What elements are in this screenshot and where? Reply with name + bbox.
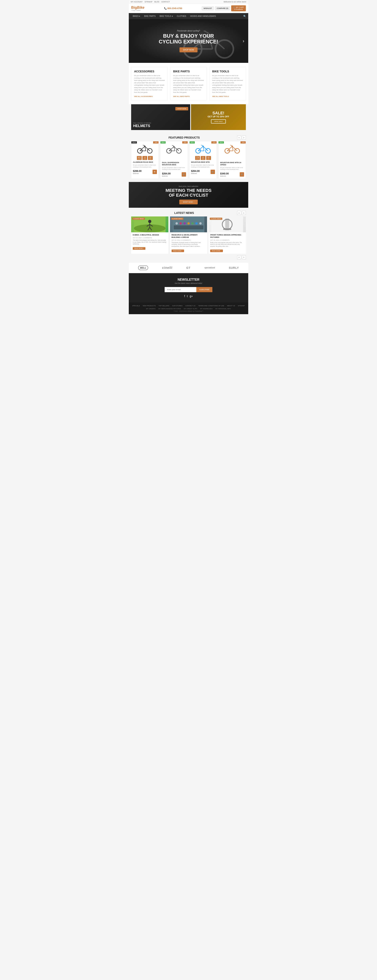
product-image-3: [191, 143, 215, 155]
cart-products: 0 Products: [234, 8, 243, 10]
news-read-more-2[interactable]: READ MORE ›: [171, 250, 184, 252]
bike-tools-title: BIKE TOOLS: [212, 70, 243, 73]
sitemap-link[interactable]: SITEMAP: [145, 1, 152, 3]
nav-item-bike-parts[interactable]: BIKE PARTS: [142, 13, 157, 19]
logo[interactable]: BigBike 7 Days a Week: [131, 6, 144, 11]
footer-my-addresses[interactable]: MY ADDRESSES: [200, 308, 212, 310]
cyclist-shop-now-button[interactable]: SHOP NOW ›: [179, 200, 198, 204]
newsletter-subscribe-button[interactable]: SUBSCRIBE: [196, 287, 212, 292]
product-discount-2: -20%: [182, 141, 187, 143]
svg-point-24: [173, 146, 174, 147]
nav-item-clothes[interactable]: CLOTHES: [175, 13, 188, 19]
news-bottom-prev-arrow[interactable]: ‹: [237, 255, 241, 259]
featured-prev-arrow[interactable]: ‹: [237, 135, 241, 140]
news-body-1: E-BIKE: A BEAUTIFUL DESIGN OCT 15, 2014 …: [131, 232, 168, 251]
brand-surly[interactable]: SURLY: [229, 266, 239, 269]
countdown-3: 776 DAYS 12 HRS 02 MIN: [191, 156, 215, 160]
news-image-1: CLASSIC BIKES: [131, 216, 168, 232]
nav-item-bikes[interactable]: BIKES ▾: [131, 13, 142, 19]
product-image-4: [220, 143, 244, 155]
product-card-4: NEW -10% MOUNTAIN BIKE MTB 24 SPEED Do y…: [218, 141, 246, 179]
blog-link[interactable]: BLOG: [154, 1, 159, 3]
sale-title: SALE!: [212, 111, 224, 115]
footer-top-sellers[interactable]: TOP SELLERS: [158, 305, 169, 307]
brand-cinelli[interactable]: cinelli: [162, 266, 173, 270]
google-plus-icon[interactable]: g+: [190, 294, 193, 298]
brand-gt[interactable]: GT: [186, 266, 190, 269]
footer-credit-slips[interactable]: MY CREDIT SLIPS: [184, 308, 198, 310]
news-card-2: CLASSIC BIKES RESEARCH & DEVELOPMENT: BU…: [170, 216, 207, 254]
add-to-cart-1[interactable]: ⚙: [152, 170, 157, 174]
products-grid: SALE -18% 807 DAYS 12 HRS: [129, 141, 248, 182]
cart-button[interactable]: 🛒 MY CART 0 Products: [231, 5, 246, 11]
newsletter-title: NEWSLETTER: [131, 278, 246, 282]
footer-personal-info[interactable]: MY PERSONAL INFO: [215, 308, 231, 310]
newsletter-form: SUBSCRIBE: [131, 287, 246, 292]
cart-icon: 🛒: [233, 6, 235, 8]
svg-line-25: [172, 145, 174, 146]
news-title-1: E-BIKE: A BEAUTIFUL DESIGN: [133, 234, 167, 236]
add-to-cart-2[interactable]: 🛒: [182, 172, 186, 177]
wishlist-button[interactable]: WISHLIST: [202, 6, 214, 10]
nav-item-bike-tools[interactable]: BIKE TOOLS ▾: [157, 13, 175, 19]
welcome-text: Welcome to our online store!: [224, 1, 246, 3]
footer-my-orders[interactable]: MY ORDERS: [146, 308, 155, 310]
news-bottom-next-arrow[interactable]: ›: [242, 255, 246, 259]
helmets-shop-now-button[interactable]: SHOP NOW: [175, 107, 188, 110]
add-to-cart-4[interactable]: 🛒: [240, 172, 244, 177]
accessories-link[interactable]: SEE ALL ACCESSORIES: [134, 95, 165, 97]
bike-parts-link[interactable]: SEE ALL BIKE PARTS: [173, 95, 204, 97]
svg-point-53: [184, 222, 186, 224]
cyclist-subtitle: best price, best selection: [179, 185, 198, 187]
news-read-more-1[interactable]: READ MORE ›: [133, 247, 146, 250]
product-image-2: [162, 143, 186, 155]
hero-next-arrow[interactable]: ›: [243, 38, 244, 44]
footer-new-products[interactable]: NEW PRODUCTS: [143, 305, 156, 307]
contact-link[interactable]: CONTACT: [161, 1, 170, 3]
category-accessories: ACCESSORIES Do you remember what it is l…: [131, 67, 168, 100]
newsletter-email-input[interactable]: [165, 287, 196, 292]
footer-terms[interactable]: TERMS AND CONDITIONS OF USE: [198, 305, 224, 307]
news-meta-3: OCT 15, 2014 • 0 COMMENTS: [210, 239, 244, 241]
facebook-icon[interactable]: f: [184, 294, 185, 298]
featured-next-arrow[interactable]: ›: [242, 135, 246, 140]
footer-secondary-links: MY ORDERS MY MERCHANDISE RETURNS MY CRED…: [131, 308, 246, 310]
news-title: LATEST NEWS: [131, 211, 237, 215]
brand-specialized[interactable]: specialized: [204, 267, 215, 269]
cyclist-title: MEETING THE NEEDS OF EACH CYCLIST: [165, 188, 211, 197]
svg-point-57: [199, 222, 202, 224]
product-badge-new-4: NEW: [219, 141, 224, 143]
news-badge-2: CLASSIC BIKES: [171, 218, 184, 220]
footer-about-us[interactable]: ABOUT US: [227, 305, 235, 307]
compare-button[interactable]: COMPARE (0): [215, 6, 230, 10]
news-image-3: CLASSIC BIKES: [209, 216, 246, 232]
news-prev-arrow[interactable]: ‹: [237, 211, 241, 215]
add-to-cart-3[interactable]: 🛒: [211, 170, 215, 174]
my-account-link[interactable]: MY ACCOUNT: [131, 1, 143, 3]
footer-contact-us[interactable]: CONTACT US: [185, 305, 195, 307]
hero-shop-now-button[interactable]: SHOP NOW: [179, 48, 198, 52]
promo-banners: New collection of helmets HELMETS SHOP N…: [129, 104, 248, 132]
footer-specials[interactable]: SPECIALS: [132, 305, 140, 307]
footer: SPECIALS NEW PRODUCTS TOP SELLERS OUR ST…: [129, 302, 248, 314]
footer-our-stores[interactable]: OUR STORES: [172, 305, 183, 307]
product-price-row-4: $340.00 $380.00 🛒: [220, 172, 244, 177]
header: BigBike 7 Days a Week 📞 800-2345-6789 WI…: [129, 4, 248, 13]
product-discount-4: -10%: [241, 141, 246, 143]
footer-sitemap[interactable]: SITEMAP: [238, 305, 245, 307]
nav-item-hooks[interactable]: HOOKS AND HANDLEBARS: [188, 13, 218, 19]
bike-icon-3: [195, 144, 211, 154]
view-sale-button[interactable]: VIEW SALE: [211, 119, 226, 124]
product-price-4: $340.00 $380.00: [220, 172, 229, 177]
footer-copyright: © 2017 - Ecommerce software by PrestaSho…: [131, 310, 246, 312]
news-desc-3: Butts is the most popular butt post in t…: [210, 242, 244, 247]
product-discount-1: -18%: [153, 141, 158, 143]
arrow-icon: ›: [193, 201, 194, 203]
news-read-more-3[interactable]: READ MORE ›: [210, 250, 223, 252]
twitter-icon[interactable]: t: [187, 294, 188, 298]
footer-merchandise-returns[interactable]: MY MERCHANDISE RETURNS: [158, 308, 181, 310]
brand-bell[interactable]: BELL: [138, 266, 148, 270]
search-icon[interactable]: 🔍: [243, 15, 246, 18]
news-next-arrow[interactable]: ›: [242, 211, 246, 215]
bike-tools-link[interactable]: SEE ALL BIKE TOOLS: [212, 95, 243, 97]
